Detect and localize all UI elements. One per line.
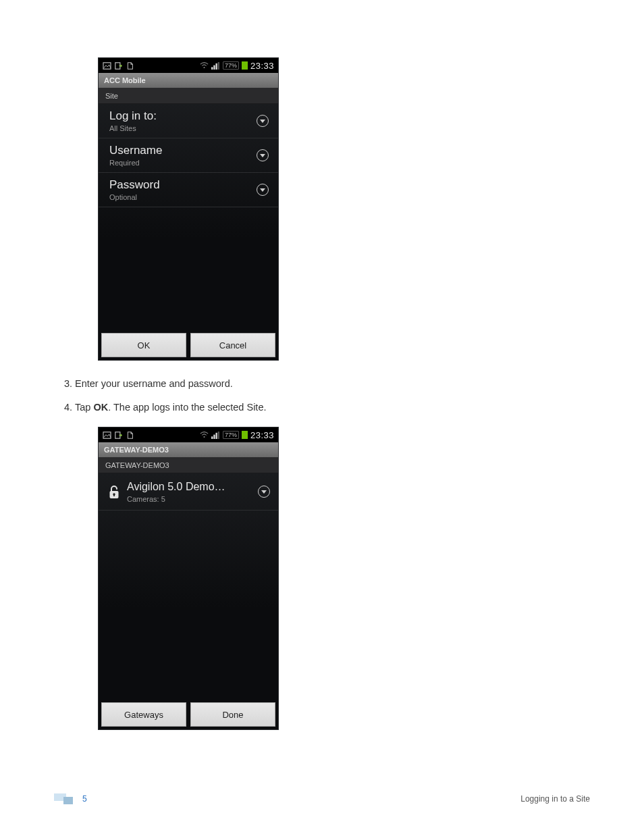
site-row[interactable]: Avigilon 5.0 Demo… Cameras: 5 bbox=[99, 473, 278, 511]
footer-title: Logging in to a Site bbox=[520, 794, 590, 804]
instruction-list: Enter your username and password. Tap OK… bbox=[75, 377, 587, 415]
battery-icon bbox=[242, 431, 248, 439]
svg-rect-13 bbox=[218, 432, 219, 439]
svg-point-2 bbox=[203, 66, 205, 68]
wifi-icon bbox=[200, 62, 209, 70]
screenshot-site-list: 77% 23:33 GATEWAY-DEMO3 GATEWAY-DEMO3 Av… bbox=[98, 427, 279, 730]
footer-logo bbox=[54, 793, 77, 804]
app-title: ACC Mobile bbox=[104, 76, 146, 84]
svg-point-9 bbox=[203, 436, 205, 437]
status-bar: 77% 23:33 bbox=[99, 58, 278, 73]
section-label: Site bbox=[105, 92, 118, 100]
login-to-label: Log in to: bbox=[109, 109, 157, 123]
gateways-button[interactable]: Gateways bbox=[101, 702, 186, 727]
svg-rect-10 bbox=[211, 436, 213, 439]
document-icon bbox=[126, 62, 134, 70]
chevron-down-icon bbox=[257, 184, 269, 196]
page-number: 5 bbox=[82, 794, 87, 804]
ok-button[interactable]: OK bbox=[101, 333, 186, 357]
image-icon bbox=[103, 432, 111, 439]
app-title: GATEWAY-DEMO3 bbox=[104, 446, 169, 454]
clock: 23:33 bbox=[250, 430, 274, 440]
section-label: GATEWAY-DEMO3 bbox=[105, 461, 169, 469]
chevron-down-icon bbox=[257, 149, 269, 161]
step-3: Enter your username and password. bbox=[75, 377, 587, 391]
battery-percent: 77% bbox=[223, 431, 239, 439]
password-row[interactable]: Password Optional bbox=[99, 173, 278, 207]
password-hint: Optional bbox=[109, 193, 160, 201]
site-name: Avigilon 5.0 Demo… bbox=[127, 480, 251, 494]
app-title-bar: GATEWAY-DEMO3 bbox=[99, 442, 278, 457]
page-footer: 5 Logging in to a Site bbox=[54, 793, 590, 804]
username-hint: Required bbox=[109, 159, 162, 167]
svg-rect-16 bbox=[113, 494, 115, 496]
app-title-bar: ACC Mobile bbox=[99, 73, 278, 88]
username-row[interactable]: Username Required bbox=[99, 138, 278, 173]
step-4: Tap OK. The app logs into the selected S… bbox=[75, 400, 587, 415]
chevron-down-icon bbox=[257, 115, 269, 127]
clock: 23:33 bbox=[250, 61, 274, 71]
unlock-icon bbox=[108, 485, 120, 498]
image-icon bbox=[103, 62, 111, 70]
login-to-row[interactable]: Log in to: All Sites bbox=[99, 104, 278, 138]
section-header-gateway: GATEWAY-DEMO3 bbox=[99, 457, 278, 473]
username-label: Username bbox=[109, 144, 162, 157]
login-to-value: All Sites bbox=[109, 124, 157, 132]
signal-icon bbox=[211, 432, 220, 439]
svg-rect-12 bbox=[215, 432, 217, 438]
screenshot-login-form: 77% 23:33 ACC Mobile Site Log in to: All… bbox=[98, 57, 279, 361]
svg-rect-3 bbox=[211, 67, 213, 70]
chevron-down-icon bbox=[258, 486, 270, 498]
signal-icon bbox=[211, 62, 220, 70]
export-icon bbox=[114, 62, 123, 70]
svg-rect-4 bbox=[213, 65, 215, 69]
cancel-button[interactable]: Cancel bbox=[190, 333, 275, 357]
svg-rect-11 bbox=[213, 434, 215, 438]
export-icon bbox=[114, 432, 123, 439]
document-icon bbox=[126, 432, 134, 439]
battery-icon bbox=[242, 61, 248, 70]
password-label: Password bbox=[109, 178, 160, 192]
svg-rect-5 bbox=[215, 63, 217, 69]
svg-rect-6 bbox=[218, 62, 219, 70]
section-header-site: Site bbox=[99, 88, 278, 104]
status-bar: 77% 23:33 bbox=[99, 427, 278, 442]
wifi-icon bbox=[200, 432, 209, 439]
site-camera-count: Cameras: 5 bbox=[127, 495, 251, 503]
battery-percent: 77% bbox=[223, 61, 239, 70]
done-button[interactable]: Done bbox=[190, 702, 275, 727]
